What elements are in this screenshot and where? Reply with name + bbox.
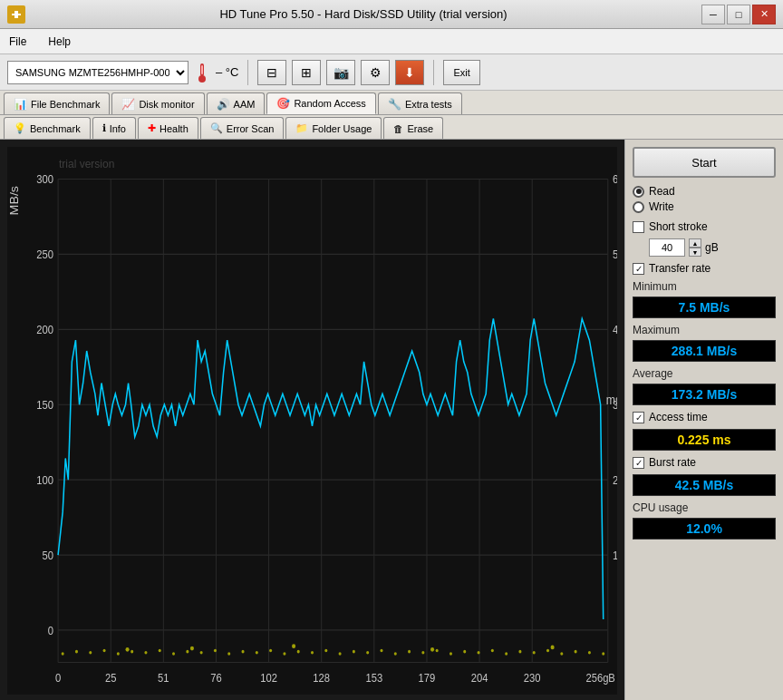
svg-text:128: 128 bbox=[313, 671, 330, 685]
burst-rate-checkbox-item[interactable]: ✓ Burst rate bbox=[633, 456, 776, 469]
svg-point-81 bbox=[463, 650, 466, 654]
stroke-up-btn[interactable]: ▲ bbox=[689, 238, 701, 248]
minimize-button[interactable]: ─ bbox=[701, 5, 725, 24]
svg-point-84 bbox=[505, 652, 508, 656]
menu-file[interactable]: File bbox=[5, 34, 30, 50]
random-access-icon: 🎯 bbox=[276, 97, 290, 110]
error-icon-btn[interactable]: ⚙ bbox=[361, 60, 390, 85]
short-stroke-checkbox[interactable] bbox=[633, 221, 644, 233]
info-icon-btn[interactable]: ⊞ bbox=[292, 60, 321, 85]
disk-monitor-icon: 📈 bbox=[121, 98, 135, 111]
burst-rate-checkbox[interactable]: ✓ bbox=[633, 457, 644, 469]
svg-text:179: 179 bbox=[419, 671, 436, 685]
access-time-checkbox[interactable]: ✓ bbox=[633, 412, 644, 423]
tab-folder-usage[interactable]: 📁 Folder Usage bbox=[285, 117, 382, 139]
short-stroke-label: Short stroke bbox=[649, 220, 708, 233]
svg-point-88 bbox=[560, 652, 563, 656]
svg-text:300: 300 bbox=[36, 172, 53, 186]
average-stat: Average 173.2 MB/s bbox=[633, 367, 776, 405]
stroke-value-input[interactable] bbox=[649, 238, 685, 257]
transfer-rate-checkbox-item[interactable]: ✓ Transfer rate bbox=[633, 262, 776, 275]
error-scan-icon: 🔍 bbox=[210, 122, 223, 134]
svg-point-82 bbox=[478, 651, 480, 655]
svg-point-79 bbox=[436, 649, 439, 653]
svg-point-90 bbox=[588, 651, 591, 655]
stroke-unit-label: gB bbox=[705, 241, 719, 254]
svg-point-53 bbox=[75, 650, 78, 654]
tab-benchmark[interactable]: 💡 Benchmark bbox=[4, 117, 91, 139]
svg-point-65 bbox=[241, 650, 244, 654]
svg-point-89 bbox=[575, 650, 577, 654]
svg-text:230: 230 bbox=[524, 671, 541, 685]
start-button[interactable]: Start bbox=[633, 147, 776, 178]
read-radio-label: Read bbox=[649, 185, 675, 198]
benchmark-icon: 💡 bbox=[14, 122, 26, 134]
svg-point-64 bbox=[227, 652, 230, 656]
erase-icon-btn[interactable]: ⬇ bbox=[395, 60, 424, 85]
window-controls: ─ □ ✕ bbox=[701, 5, 776, 24]
write-radio[interactable]: Write bbox=[633, 200, 776, 213]
minimum-label: Minimum bbox=[633, 280, 776, 293]
mode-radio-group: Read Write bbox=[633, 183, 776, 215]
tab-info-label: Info bbox=[110, 123, 126, 134]
tab-file-benchmark-label: File Benchmark bbox=[31, 99, 100, 110]
minimum-stat: Minimum 7.5 MB/s bbox=[633, 280, 776, 318]
maximize-button[interactable]: □ bbox=[727, 5, 750, 24]
svg-point-52 bbox=[62, 652, 64, 656]
svg-point-92 bbox=[126, 647, 130, 652]
svg-text:153: 153 bbox=[365, 671, 382, 685]
svg-point-74 bbox=[366, 651, 369, 655]
tab-erase-label: Erase bbox=[407, 123, 433, 134]
svg-point-80 bbox=[450, 652, 452, 656]
svg-point-4 bbox=[198, 75, 206, 83]
access-time-checkbox-item[interactable]: ✓ Access time bbox=[633, 411, 776, 423]
tab-aam[interactable]: 🔊 AAM bbox=[207, 92, 266, 114]
tab-folder-usage-label: Folder Usage bbox=[312, 123, 372, 134]
access-time-stat: 0.225 ms bbox=[633, 429, 776, 451]
svg-text:100: 100 bbox=[36, 473, 53, 487]
svg-text:150: 150 bbox=[36, 398, 53, 412]
svg-point-63 bbox=[214, 649, 217, 653]
maximum-stat: Maximum 288.1 MB/s bbox=[633, 324, 776, 362]
svg-point-83 bbox=[491, 649, 494, 653]
tab-health-label: Health bbox=[160, 123, 188, 134]
svg-point-59 bbox=[159, 649, 161, 653]
tab-random-access-label: Random Access bbox=[294, 98, 365, 109]
menubar: File Help bbox=[0, 29, 783, 54]
extra-tests-icon: 🔧 bbox=[388, 98, 401, 111]
titlebar: HD Tune Pro 5.50 - Hard Disk/SSD Utility… bbox=[0, 0, 783, 29]
svg-point-78 bbox=[421, 651, 424, 655]
tab-health[interactable]: ✚ Health bbox=[138, 117, 198, 139]
benchmark-icon-btn[interactable]: ⊟ bbox=[257, 60, 286, 85]
menu-help[interactable]: Help bbox=[44, 34, 74, 50]
health-icon-btn[interactable]: 📷 bbox=[326, 60, 355, 85]
short-stroke-checkbox-item[interactable]: Short stroke bbox=[633, 220, 776, 233]
tab-error-scan[interactable]: 🔍 Error Scan bbox=[200, 117, 285, 139]
tab-erase[interactable]: 🗑 Erase bbox=[383, 117, 443, 139]
stroke-down-btn[interactable]: ▼ bbox=[689, 248, 701, 257]
write-radio-label: Write bbox=[649, 200, 674, 213]
svg-text:102: 102 bbox=[260, 671, 277, 685]
svg-point-54 bbox=[89, 651, 92, 655]
tab-extra-tests[interactable]: 🔧 Extra tests bbox=[378, 92, 462, 114]
close-button[interactable]: ✕ bbox=[752, 5, 776, 24]
read-radio[interactable]: Read bbox=[633, 185, 776, 198]
tab-disk-monitor[interactable]: 📈 Disk monitor bbox=[111, 92, 204, 114]
average-label: Average bbox=[633, 367, 776, 380]
exit-button[interactable]: Exit bbox=[443, 60, 479, 85]
svg-point-95 bbox=[430, 647, 434, 652]
svg-point-91 bbox=[602, 652, 604, 656]
health-icon: ✚ bbox=[148, 122, 156, 134]
svg-rect-2 bbox=[14, 11, 18, 18]
info-icon: ℹ bbox=[102, 122, 106, 134]
svg-point-75 bbox=[380, 649, 382, 653]
erase-icon: 🗑 bbox=[393, 123, 403, 134]
svg-point-55 bbox=[103, 649, 106, 653]
svg-text:256gB: 256gB bbox=[585, 671, 614, 685]
tab-random-access[interactable]: 🎯 Random Access bbox=[266, 92, 375, 114]
svg-text:1.00: 1.00 bbox=[613, 549, 617, 562]
tab-file-benchmark[interactable]: 📊 File Benchmark bbox=[4, 92, 110, 114]
transfer-rate-checkbox[interactable]: ✓ bbox=[633, 263, 644, 275]
tab-info[interactable]: ℹ Info bbox=[92, 117, 136, 139]
drive-select[interactable]: SAMSUNG MZMTE256HMHP-000MV (25 bbox=[7, 61, 188, 84]
